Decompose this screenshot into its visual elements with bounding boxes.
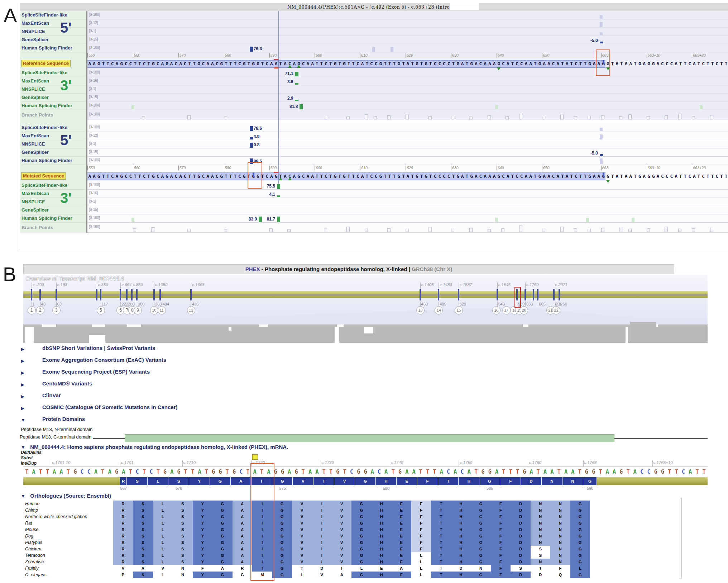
protein-position-label: 280 xyxy=(127,302,134,306)
sequence-base: A xyxy=(306,171,310,181)
exon-circle[interactable]: 20 xyxy=(520,306,528,314)
branch-point-mark xyxy=(488,115,491,119)
sequence-base: C xyxy=(174,59,178,69)
exon-circle[interactable]: 16 xyxy=(492,306,500,314)
mrna-track-header[interactable]: ▼ NM_000444.4: Homo sapiens phosphate re… xyxy=(21,444,288,450)
nt-base: A xyxy=(106,467,113,477)
title-bar-notch xyxy=(450,3,479,10)
sequence-base: T xyxy=(410,59,415,69)
species-label: Tetraodon xyxy=(25,552,45,559)
track-label-human-splicing-finder: Human Splicing Finder xyxy=(21,44,85,52)
exon-circle[interactable]: 17 xyxy=(502,306,511,314)
track-row-line xyxy=(87,198,728,206)
alignment-cell: G xyxy=(212,572,232,578)
exon-circle[interactable]: 5 xyxy=(97,306,105,314)
expand-arrow-icon[interactable]: ▶ xyxy=(21,358,24,364)
nt-base: T xyxy=(23,467,30,477)
sequence-base: A xyxy=(656,59,660,69)
protein-position-label: 222 xyxy=(120,302,128,306)
alignment-cell: I xyxy=(252,559,272,565)
nt-base: T xyxy=(321,467,327,477)
alignment-cell: G xyxy=(351,526,371,533)
sequence-base: G xyxy=(469,171,474,181)
sequence-base: C xyxy=(174,171,178,181)
mrna-ruler-label: c.1768+10 xyxy=(652,460,673,466)
exon-circle[interactable]: 13 xyxy=(416,306,425,314)
alignment-cell: G xyxy=(351,572,371,578)
exon-circle[interactable]: 15 xyxy=(455,306,463,314)
alignment-cell: G xyxy=(570,513,590,520)
sequence-base: A xyxy=(169,59,174,69)
sequence-base: C xyxy=(446,171,451,181)
track-row-clinvar[interactable]: ▶ClinVar xyxy=(21,392,343,401)
collapse-arrow-icon[interactable]: ▼ xyxy=(21,445,25,450)
sequence-base: G xyxy=(415,59,420,69)
alignment-cell: G xyxy=(351,501,371,507)
exon-circle[interactable]: 21 xyxy=(546,306,555,314)
codon-box: T xyxy=(438,477,459,485)
sequence-base: G xyxy=(424,59,428,69)
nt-base: G xyxy=(487,467,493,477)
exon-circle[interactable]: 1 xyxy=(28,306,36,314)
expand-arrow-icon[interactable]: ▶ xyxy=(21,370,24,375)
expand-arrow-icon[interactable]: ▶ xyxy=(21,406,24,411)
alignment-cell: P xyxy=(113,572,133,578)
branch-point-mark xyxy=(428,116,432,119)
codon-box: N xyxy=(562,477,583,485)
track-row-exome[interactable]: ▶Exome Sequencing Project (ESP) Variants xyxy=(21,369,343,377)
alignment-cell: H xyxy=(372,520,391,526)
subst-variant-marker[interactable] xyxy=(252,454,258,460)
coverage-strip-gap xyxy=(92,324,105,327)
alignment-cell: H xyxy=(451,533,471,539)
exon-circle[interactable]: 7 xyxy=(123,306,131,314)
alignment-cell: S xyxy=(133,501,153,507)
weak-score-mark xyxy=(600,22,603,27)
alignment-cell: R xyxy=(113,546,133,552)
track-row-protein[interactable]: ▼Protein Domains xyxy=(21,416,343,425)
track-row-centomd[interactable]: ▶CentoMD® Variants xyxy=(21,380,343,389)
exon-tick xyxy=(458,289,459,300)
alignment-cell: H xyxy=(451,559,471,565)
nt-base: T xyxy=(44,467,51,477)
protein-position-label: 63 xyxy=(56,302,62,306)
branch-point-mark xyxy=(387,115,391,119)
protein-position-label: 750 xyxy=(559,302,567,306)
exon-circle[interactable]: 10 xyxy=(150,306,158,314)
protein-ruler-number: 580 xyxy=(383,486,389,490)
expand-arrow-icon[interactable]: ▶ xyxy=(21,382,24,387)
exon-circle[interactable]: 14 xyxy=(435,306,443,314)
track-row-cosmic[interactable]: ▶COSMIC (Catalogue Of Somatic Mutations … xyxy=(21,404,343,413)
track-row-dbsnp[interactable]: ▶dbSNP Short Variations | SwissProt Vari… xyxy=(21,345,343,354)
alignment-cell: H xyxy=(451,539,471,546)
exon-circle[interactable]: 12 xyxy=(187,306,195,314)
exon-circle[interactable]: 11 xyxy=(158,306,166,314)
coverage-gap xyxy=(229,327,231,331)
expand-arrow-icon[interactable]: ▶ xyxy=(21,346,24,352)
alignment-cell: L xyxy=(153,552,173,559)
sequence-base: G xyxy=(588,171,592,181)
score-value: -5.0 xyxy=(590,151,598,156)
alignment-cell: F xyxy=(491,526,511,533)
expand-arrow-icon[interactable]: ▶ xyxy=(21,394,24,399)
expand-arrow-icon[interactable]: ▼ xyxy=(21,417,25,423)
sequence-base: T xyxy=(719,171,724,181)
exon-circle[interactable]: 18 xyxy=(510,306,518,314)
exon-circle[interactable]: 22 xyxy=(552,306,560,314)
alignment-cell: L xyxy=(351,565,371,572)
alignment-cell: V xyxy=(292,507,312,513)
exon-circle[interactable]: 9 xyxy=(134,306,142,314)
sequence-base: A xyxy=(506,171,510,181)
branch-point-mark xyxy=(346,117,350,119)
track-row-exome[interactable]: ▶Exome Aggregation Consortium (ExAC) Var… xyxy=(21,357,343,365)
gene-header-bar: PHEX - Phosphate regulating endopeptidas… xyxy=(23,264,674,274)
orthologues-header[interactable]: ▼ Orthologues (Source: Ensembl) xyxy=(21,493,111,499)
sequence-base: T xyxy=(328,171,333,181)
alignment-cell: Y xyxy=(193,546,212,552)
exon-circle[interactable]: 3 xyxy=(52,306,61,314)
branch-point-mark xyxy=(692,228,695,232)
collapse-arrow-icon[interactable]: ▼ xyxy=(21,493,25,499)
exon-circle[interactable]: 6 xyxy=(116,306,125,314)
exon-circle[interactable]: 8 xyxy=(128,306,136,314)
exon-circle[interactable]: 19 xyxy=(515,306,523,314)
exon-circle[interactable]: 2 xyxy=(36,306,44,314)
